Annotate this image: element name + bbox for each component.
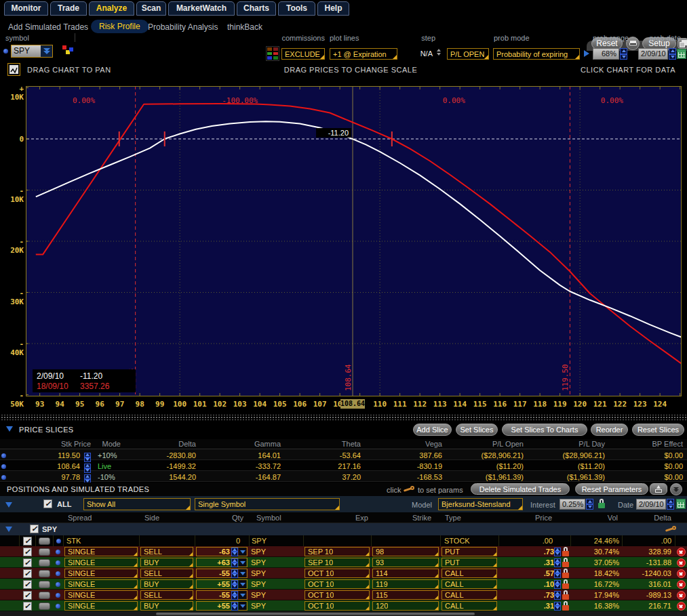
qty-dropdown-arrow[interactable] [239,602,246,610]
qty-field[interactable]: -63 [196,547,248,556]
strike-dropdown[interactable]: 93 [372,558,439,567]
price-lock-icon[interactable] [562,590,569,600]
side-dropdown[interactable]: SELL [140,590,193,600]
all-checkbox[interactable]: ✓ [43,499,52,508]
qty-field[interactable]: +55 [196,601,248,611]
subtab-risk-profile[interactable]: Risk Profile [91,20,149,33]
side-dropdown[interactable]: BUY [140,601,193,611]
spinner-control[interactable] [231,558,238,567]
type-dropdown[interactable]: CALL [441,590,497,600]
spinner-control[interactable] [231,602,238,611]
price-lock-icon[interactable] [562,579,569,589]
remove-row-button[interactable] [677,569,686,578]
menu-tab-analyze[interactable]: Analyze [89,1,134,16]
qty-field[interactable]: -55 [196,569,248,578]
model-dropdown[interactable]: Bjerksund-Stensland [438,498,523,510]
color-scheme-icon[interactable] [266,46,279,61]
spinner-control[interactable] [554,591,561,600]
spinner-control[interactable] [231,591,238,600]
type-dropdown[interactable]: CALL [441,579,497,589]
show-filter-dropdown[interactable]: Show All [83,498,191,510]
remove-row-button[interactable] [677,558,686,567]
exp-dropdown[interactable]: OCT 10 [305,601,370,611]
row-checkbox[interactable]: ✓ [23,602,32,611]
menu-tab-tools[interactable]: Tools [278,1,315,16]
spread-dropdown[interactable]: SINGLE [64,579,138,589]
qty-field[interactable]: +55 [196,579,248,589]
symbol-filter-dropdown[interactable]: Single Symbol [195,498,340,510]
price-lock-icon[interactable] [562,558,569,567]
symbol-group-row[interactable]: ✓ SPY [0,523,687,535]
prob-mode-dropdown-1[interactable]: P/L OPEN [447,48,489,60]
remove-row-button[interactable] [677,580,686,589]
qty-dropdown-arrow[interactable] [239,548,246,556]
spread-dropdown[interactable]: SINGLE [64,558,138,567]
row-options-button[interactable] [39,537,50,545]
link-red-icon[interactable] [62,45,66,49]
delete-simulated-trades-button[interactable]: Delete Simulated Trades [471,483,570,495]
row-options-button[interactable] [39,581,50,588]
spinner-control[interactable] [554,558,561,567]
menu-tab-trade[interactable]: Trade [50,1,87,16]
spinner-control[interactable] [231,569,238,578]
symbol-dropdown-icon[interactable] [41,45,52,57]
risk-profile-plot[interactable]: 97.78108.64119.500.00%-100.00%0.00%0.00%… [26,86,682,396]
subtab-thinkback[interactable]: thinkBack [227,22,262,32]
set-slices-button[interactable]: Set Slices [456,424,498,436]
spread-dropdown[interactable]: SINGLE [64,601,138,611]
subtab-probability-analysis[interactable]: Probability Analysis [148,22,218,32]
reset-slices-button[interactable]: Reset Slices [632,424,684,436]
remove-row-button[interactable] [677,548,686,556]
reorder-button[interactable]: Reorder [591,424,628,436]
menu-tab-charts[interactable]: Charts [237,1,276,16]
spinner-control[interactable] [231,580,238,589]
spread-dropdown[interactable]: SINGLE [64,547,138,556]
qty-field[interactable]: -55 [196,590,248,600]
spread-dropdown[interactable]: SINGLE [64,569,138,578]
qty-field[interactable]: +63 [196,558,248,567]
side-dropdown[interactable]: SELL [140,569,193,578]
spinner-control[interactable] [554,548,561,556]
date-spinner[interactable] [667,499,674,510]
menu-tab-scan[interactable]: Scan [136,1,166,16]
price-slice-row[interactable]: 97.78-10%1544.20-164.8737.20-168.53($1,9… [0,471,687,482]
spinner-control[interactable] [554,602,561,611]
symbol-input[interactable]: SPY [11,45,53,58]
prob-range-play-icon[interactable] [584,50,589,57]
interest-spinner[interactable] [586,499,593,510]
row-options-button[interactable] [39,548,50,556]
strike-dropdown[interactable]: 115 [372,590,439,600]
side-dropdown[interactable]: BUY [140,579,193,589]
date-input[interactable]: 2/09/10 [636,499,666,510]
reset-parameters-button[interactable]: Reset Parameters [575,483,648,495]
spinner-control[interactable] [554,580,561,589]
type-dropdown[interactable]: CALL [441,601,497,611]
strike-dropdown[interactable]: 119 [372,579,439,589]
set-slices-to-charts-button[interactable]: Set Slices To Charts [502,424,587,436]
spinner-control[interactable] [231,548,238,556]
group-checkbox[interactable]: ✓ [30,525,39,533]
interest-lock-icon[interactable] [598,499,605,508]
qty-dropdown-arrow[interactable] [239,591,246,599]
menu-tab-help[interactable]: Help [317,1,349,16]
price-lock-icon[interactable] [562,601,569,611]
row-options-button[interactable] [39,602,50,610]
remove-row-button[interactable] [677,602,686,611]
spread-dropdown[interactable]: SINGLE [64,590,138,600]
type-dropdown[interactable]: PUT [441,547,497,556]
side-dropdown[interactable]: SELL [140,547,193,556]
exp-dropdown[interactable]: OCT 10 [305,590,370,600]
strike-dropdown[interactable]: 98 [372,547,439,556]
row-options-button[interactable] [39,559,50,567]
menu-tab-marketwatch[interactable]: MarketWatch [168,1,235,16]
row-checkbox[interactable]: ✓ [23,580,32,589]
qty-dropdown-arrow[interactable] [239,558,246,567]
type-dropdown[interactable]: PUT [441,558,497,567]
row-checkbox[interactable]: ✓ [23,569,32,578]
row-options-button[interactable] [39,570,50,577]
plot-lines-dropdown[interactable]: +1 @ Expiration [330,48,397,60]
expand-positions-icon[interactable] [5,502,12,508]
interest-input[interactable]: 0.25% [560,499,585,510]
exp-dropdown[interactable]: SEP 10 [305,558,370,567]
calendar-icon[interactable] [676,499,686,509]
